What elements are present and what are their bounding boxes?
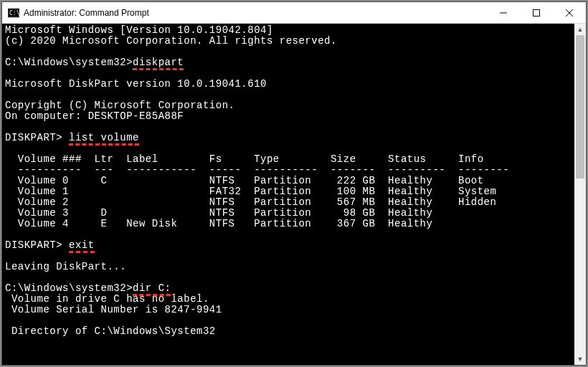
titlebar[interactable]: C:\ Administrator: Command Prompt [2, 2, 586, 24]
svg-rect-3 [534, 9, 540, 16]
output-line: (c) 2020 Microsoft Corporation. All righ… [5, 35, 337, 47]
scroll-down-arrow-icon[interactable]: ▼ [574, 353, 586, 365]
prompt: DISKPART> [5, 239, 69, 251]
output-line: Volume in drive C has no label. [5, 293, 209, 305]
table-row: Volume 1 FAT32 Partition 100 MB Healthy … [5, 186, 496, 197]
output-line: Directory of C:\Windows\System32 [5, 325, 216, 337]
scrollbar-thumb[interactable] [576, 35, 584, 178]
cmd-diskpart: diskpart [133, 57, 184, 70]
table-header: Volume ### Ltr Label Fs Type Size Status… [5, 153, 484, 165]
scroll-up-arrow-icon[interactable]: ▲ [574, 24, 586, 35]
output-line: On computer: DESKTOP-E85A88F [5, 110, 184, 122]
maximize-button[interactable] [520, 2, 553, 24]
output-line: Copyright (C) Microsoft Corporation. [5, 100, 234, 111]
output-line: Microsoft Windows [Version 10.0.19042.80… [5, 24, 273, 36]
terminal-output[interactable]: Microsoft Windows [Version 10.0.19042.80… [2, 24, 574, 365]
table-row: Volume 0 C NTFS Partition 222 GB Healthy… [5, 175, 484, 186]
cmd-exit: exit [69, 239, 95, 253]
table-row: Volume 2 NTFS Partition 567 MB Healthy H… [5, 196, 496, 208]
table-divider: ---------- --- ----------- ----- -------… [5, 164, 509, 176]
cmd-icon: C:\ [8, 7, 19, 19]
command-prompt-window: C:\ Administrator: Command Prompt Micros… [1, 1, 587, 366]
minimize-button[interactable] [487, 2, 520, 24]
output-line: Microsoft DiskPart version 10.0.19041.61… [5, 78, 267, 90]
close-button[interactable] [553, 2, 586, 24]
prompt: C:\Windows\system32> [5, 57, 133, 68]
window-title: Administrator: Command Prompt [24, 8, 149, 18]
prompt: C:\Windows\system32> [5, 282, 133, 294]
svg-text:C:\: C:\ [9, 10, 19, 16]
cmd-list-volume: list volume [69, 132, 139, 146]
output-line: Volume Serial Number is 8247-9941 [5, 304, 222, 315]
output-line: Leaving DiskPart... [5, 261, 126, 272]
prompt: DISKPART> [5, 132, 69, 143]
table-row: Volume 3 D NTFS Partition 98 GB Healthy [5, 207, 432, 219]
terminal-area: Microsoft Windows [Version 10.0.19042.80… [2, 24, 586, 365]
table-row: Volume 4 E New Disk NTFS Partition 367 G… [5, 218, 432, 229]
vertical-scrollbar[interactable]: ▲ ▼ [574, 24, 586, 365]
